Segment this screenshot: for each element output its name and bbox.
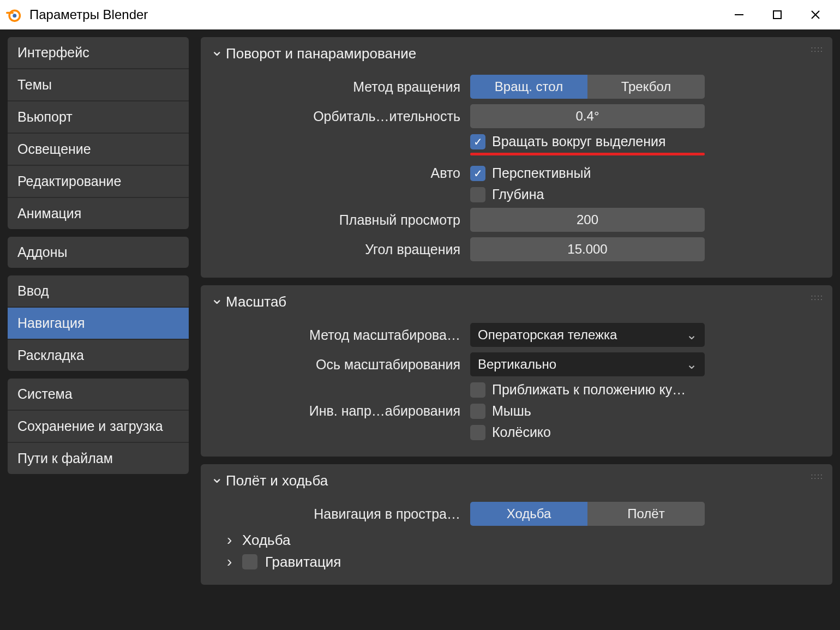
- subpanel-walk-header[interactable]: Ходьба: [227, 531, 823, 549]
- zoom-to-mouse-checkbox[interactable]: [470, 382, 485, 398]
- smooth-view-field[interactable]: 200: [470, 208, 705, 232]
- rotation-angle-label: Угол вращения: [211, 242, 470, 257]
- invert-wheel-label: Колёсико: [492, 424, 551, 440]
- panel-orbit-pan-header[interactable]: Поворот и панарамирование ::::: [211, 45, 823, 63]
- chevron-down-icon: [211, 293, 220, 311]
- preferences-main: Поворот и панарамирование :::: Метод вра…: [201, 37, 832, 630]
- sidebar-tab-addons[interactable]: Аддоны: [8, 237, 189, 268]
- auto-perspective-checkbox[interactable]: [470, 166, 485, 181]
- window-title: Параметры Blender: [29, 7, 148, 22]
- orbit-around-selection-label: Вращать вокруг выделения: [492, 134, 666, 149]
- invert-zoom-label: Инв. напр…абирования: [211, 403, 470, 419]
- zoom-to-mouse-label: Приближать к положению ку…: [492, 382, 686, 398]
- window-maximize-button[interactable]: [758, 0, 796, 29]
- auto-depth-checkbox[interactable]: [470, 187, 485, 202]
- chevron-down-icon: ⌄: [686, 357, 697, 372]
- drag-handle-icon[interactable]: ::::: [811, 472, 824, 481]
- blender-logo-icon: [5, 7, 22, 23]
- auto-depth-label: Глубина: [492, 187, 544, 202]
- window-titlebar: Параметры Blender: [0, 0, 840, 29]
- preferences-sidebar: Интерфейс Темы Вьюпорт Освещение Редакти…: [8, 37, 189, 630]
- panel-zoom: Масштаб :::: Метод масштабирова… Операто…: [201, 285, 832, 457]
- rotation-method-toggle[interactable]: Вращ. стол Трекбол: [470, 75, 705, 99]
- auto-label: Авто: [211, 165, 470, 181]
- view-navigation-label: Навигация в простра…: [211, 506, 470, 522]
- panel-orbit-pan: Поворот и панарамирование :::: Метод вра…: [201, 37, 832, 278]
- view-navigation-toggle[interactable]: Ходьба Полёт: [470, 502, 705, 526]
- smooth-view-label: Плавный просмотр: [211, 212, 470, 228]
- sidebar-tab-interface[interactable]: Интерфейс: [8, 37, 189, 69]
- rotation-angle-field[interactable]: 15.000: [470, 237, 705, 261]
- chevron-down-icon: ⌄: [686, 327, 697, 343]
- chevron-right-icon: [227, 531, 237, 549]
- svg-rect-3: [773, 11, 781, 19]
- rotation-method-label: Метод вращения: [211, 79, 470, 95]
- orbit-sensitivity-label: Орбиталь…ительность: [211, 109, 470, 124]
- svg-point-1: [13, 14, 16, 17]
- sidebar-tab-filepaths[interactable]: Пути к файлам: [8, 443, 189, 474]
- chevron-right-icon: [227, 553, 237, 571]
- orbit-sensitivity-field[interactable]: 0.4°: [470, 104, 705, 128]
- zoom-axis-dropdown[interactable]: Вертикально ⌄: [470, 352, 705, 376]
- rotation-method-trackball[interactable]: Трекбол: [587, 75, 705, 99]
- sidebar-tab-keymap[interactable]: Раскладка: [8, 340, 189, 371]
- auto-perspective-label: Перспективный: [492, 165, 591, 181]
- panel-zoom-header[interactable]: Масштаб ::::: [211, 293, 823, 311]
- window-close-button[interactable]: [796, 0, 835, 29]
- orbit-around-selection-checkbox[interactable]: [470, 134, 485, 149]
- invert-mouse-label: Мышь: [492, 403, 531, 419]
- view-navigation-walk[interactable]: Ходьба: [470, 502, 587, 526]
- sidebar-tab-input[interactable]: Ввод: [8, 275, 189, 308]
- zoom-axis-label: Ось масштабирования: [211, 357, 470, 373]
- sidebar-tab-animation[interactable]: Анимация: [8, 198, 189, 229]
- sidebar-tab-system[interactable]: Система: [8, 379, 189, 411]
- sidebar-tab-themes[interactable]: Темы: [8, 69, 189, 101]
- window-minimize-button[interactable]: [720, 0, 758, 29]
- zoom-method-dropdown[interactable]: Операторская тележка ⌄: [470, 323, 705, 347]
- chevron-down-icon: [211, 472, 220, 490]
- view-navigation-fly[interactable]: Полёт: [587, 502, 705, 526]
- gravity-checkbox[interactable]: [242, 554, 257, 569]
- sidebar-tab-editing[interactable]: Редактирование: [8, 166, 189, 198]
- sidebar-tab-saveload[interactable]: Сохранение и загрузка: [8, 411, 189, 443]
- panel-fly-walk: Полёт и ходьба :::: Навигация в простра……: [201, 464, 832, 585]
- invert-wheel-checkbox[interactable]: [470, 425, 485, 440]
- subpanel-gravity-header[interactable]: Гравитация: [227, 553, 823, 571]
- sidebar-tab-lights[interactable]: Освещение: [8, 134, 189, 166]
- highlight-underline: [470, 153, 705, 155]
- sidebar-tab-viewport[interactable]: Вьюпорт: [8, 101, 189, 134]
- zoom-method-label: Метод масштабирова…: [211, 327, 470, 343]
- panel-fly-walk-header[interactable]: Полёт и ходьба ::::: [211, 472, 823, 490]
- invert-mouse-checkbox[interactable]: [470, 404, 485, 419]
- sidebar-tab-navigation[interactable]: Навигация: [8, 308, 189, 340]
- drag-handle-icon[interactable]: ::::: [811, 293, 824, 302]
- chevron-down-icon: [211, 45, 220, 63]
- rotation-method-turntable[interactable]: Вращ. стол: [470, 75, 587, 99]
- drag-handle-icon[interactable]: ::::: [811, 45, 824, 53]
